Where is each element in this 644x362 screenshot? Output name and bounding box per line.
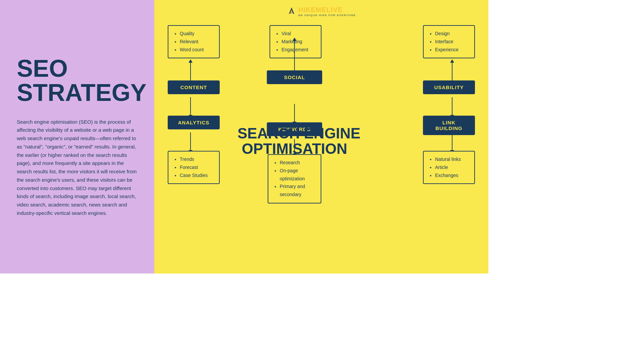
list-item: Experience [435,46,469,54]
social-top-list: Viral Marketing Engagement [276,30,316,54]
list-item: Article [435,164,469,172]
content-top-box: Quality Relevant Word count [168,25,220,58]
list-item: Research [280,159,315,167]
link-building-box: LINK BUILDING [423,116,475,135]
center-title-line1: SEARCH ENGINE [237,125,361,141]
list-item: Marketing [282,38,316,46]
keywords-arrow-up [294,104,295,122]
list-item: Relevant [180,38,214,46]
center-title-heading: SEARCH ENGINE OPTIMISATION [237,126,352,157]
analytics-arrow-down [190,132,191,151]
social-box: SOCIAL [267,70,322,84]
list-item: Interface [435,38,469,46]
link-building-bottom-list: Natural links Article Exchanges [429,156,469,179]
list-item: On-page optimization [280,167,315,183]
analytics-box: ANALYTICS [168,116,220,129]
social-top-box: Viral Marketing Engagement [270,25,322,58]
usability-top-box: Design Interface Experience [423,25,475,58]
title-line1: SEO [17,55,68,82]
list-item: Primary and secondary [280,183,315,199]
brand-part2: ME [316,6,326,13]
analytics-bottom-list: Trends Forecast Case Studies [174,156,214,179]
list-item: Trends [180,156,214,164]
linkbuilding-arrow-down [452,132,452,151]
analytics-bottom-box: Trends Forecast Case Studies [168,151,220,184]
list-item: Natural links [435,156,469,164]
left-panel: SEO STRATEGY Search engine optimisation … [0,0,154,274]
analytics-arrow-up [190,97,191,116]
keywords-bottom-box: Research On-page optimization Primary an… [268,154,321,203]
logo-icon [287,7,296,16]
content-box: CONTENT [168,80,220,94]
usability-arrow-up [452,62,452,80]
logo-text: HIKEMELIVE AN UNIQUE HIKE FOR EVERYONE [298,6,356,17]
diagram: Quality Relevant Word count CONTENT ANAL… [154,18,488,274]
main-title: SEO STRATEGY [17,56,138,105]
brand-part1: HIKE [298,6,316,13]
brand-part3: LIVE [326,6,342,13]
keywords-bottom-list: Research On-page optimization Primary an… [274,159,315,199]
right-panel: HIKEMELIVE AN UNIQUE HIKE FOR EVERYONE Q… [154,0,488,274]
content-arrow-up [190,62,191,80]
logo-subtitle: AN UNIQUE HIKE FOR EVERYONE [298,14,356,17]
list-item: Viral [282,30,316,38]
logo-brand: HIKEMELIVE [298,6,342,14]
content-top-list: Quality Relevant Word count [174,30,214,54]
linkbuilding-arrow-up [452,97,452,116]
list-item: Word count [180,46,214,54]
social-arrow-up [294,40,295,70]
center-title-line2: OPTIMISATION [242,140,347,157]
main-center-title: SEARCH ENGINE OPTIMISATION [237,126,352,157]
usability-top-list: Design Interface Experience [429,30,469,54]
list-item: Design [435,30,469,38]
list-item: Engagement [282,46,316,54]
usability-box: USABILITY [423,80,475,94]
description-text: Search engine optimisation (SEO) is the … [17,118,138,218]
list-item: Exchanges [435,172,469,180]
title-line2: STRATEGY [17,79,147,106]
logo-area: HIKEMELIVE AN UNIQUE HIKE FOR EVERYONE [287,6,356,17]
link-building-bottom-box: Natural links Article Exchanges [423,151,475,184]
list-item: Forecast [180,164,214,172]
list-item: Case Studies [180,172,214,180]
list-item: Quality [180,30,214,38]
